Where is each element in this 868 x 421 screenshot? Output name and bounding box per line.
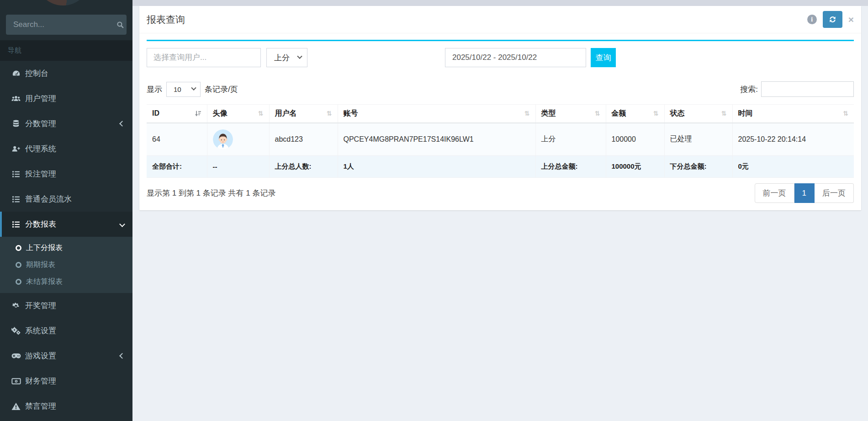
gamepad-icon — [11, 352, 21, 360]
tab-accent-bar — [147, 40, 854, 41]
sort-icon[interactable]: ⇅ — [653, 110, 659, 117]
search-icon — [116, 21, 124, 29]
summary-up-count-label: 上分总人数: — [269, 156, 338, 178]
sort-icon[interactable]: ⇅ — [843, 110, 848, 117]
summary-down-amount: 0元 — [732, 156, 854, 178]
nav-section-header: 导航 — [0, 40, 132, 61]
user-avatar — [36, 0, 90, 5]
sort-icon[interactable]: ⇅ — [524, 110, 530, 117]
warning-icon — [11, 402, 21, 410]
sidebar-item-score-reports[interactable]: 分数报表 — [0, 212, 132, 237]
column-header-type[interactable]: 类型⇅ — [535, 105, 606, 123]
sidebar-item-label: 分数管理 — [25, 118, 56, 129]
column-header-time[interactable]: 时间⇅ — [732, 105, 854, 123]
date-range-input[interactable] — [445, 48, 586, 67]
pagination: 前一页 1 后一页 — [755, 183, 854, 203]
table-search-input[interactable] — [761, 81, 854, 97]
sidebar-item-label: 代理系统 — [25, 144, 56, 154]
summary-up-amount: 100000元 — [606, 156, 664, 178]
cell-type: 上分 — [535, 123, 606, 156]
sidebar-item-system-settings[interactable]: 系统设置 — [0, 318, 132, 343]
cell-avatar — [207, 123, 269, 156]
table-search-label: 搜索: — [740, 84, 758, 95]
report-query-panel: 报表查询 i × 上分 — [139, 6, 861, 210]
length-row: 显示 10 条记录/页 搜索: — [147, 81, 854, 97]
column-header-avatar[interactable]: 头像⇅ — [207, 105, 269, 123]
chevron-down-icon — [191, 85, 196, 91]
cell-status: 已处理 — [664, 123, 732, 156]
app-window: 导航 控制台 用户管理 分数管理 — [0, 0, 868, 421]
query-button[interactable]: 查询 — [591, 48, 616, 67]
column-header-amount[interactable]: 金额⇅ — [606, 105, 664, 123]
report-table: ID 头像⇅ 用户名⇅ 账号⇅ 类型⇅ 金额⇅ 状态⇅ 时间⇅ — [147, 104, 854, 178]
prev-page-button[interactable]: 前一页 — [755, 183, 794, 203]
sidebar-subitem-label: 未结算报表 — [26, 277, 63, 287]
refresh-icon — [829, 16, 836, 23]
close-icon[interactable]: × — [848, 15, 854, 24]
page-size-select[interactable]: 10 — [166, 82, 201, 97]
sidebar-subitem-updown-report[interactable]: 上下分报表 — [0, 240, 132, 256]
page-size-value: 10 — [174, 85, 181, 93]
page-1-button[interactable]: 1 — [794, 183, 815, 203]
column-header-status[interactable]: 状态⇅ — [664, 105, 732, 123]
user-select-input[interactable] — [147, 48, 261, 67]
sidebar-item-lottery[interactable]: 开奖管理 — [0, 293, 132, 318]
sidebar-item-bets[interactable]: 投注管理 — [0, 161, 132, 187]
column-header-id[interactable]: ID — [147, 105, 207, 123]
sidebar-search-input[interactable] — [6, 20, 114, 29]
table-row: 64 — [147, 123, 854, 156]
sidebar-subitem-label: 期期报表 — [26, 260, 55, 270]
sidebar-item-label: 用户管理 — [25, 93, 56, 104]
sidebar-item-finance[interactable]: 财务管理 — [0, 368, 132, 394]
sort-desc-icon[interactable] — [195, 110, 201, 117]
panel-body: 上分 查询 显示 10 条记录/页 — [139, 33, 861, 210]
summary-down-amount-label: 下分总金额: — [664, 156, 732, 178]
sidebar-item-users[interactable]: 用户管理 — [0, 86, 132, 111]
sidebar-item-scores[interactable]: 分数管理 — [0, 111, 132, 136]
sidebar-item-dashboard[interactable]: 控制台 — [0, 61, 132, 86]
table-header-row: ID 头像⇅ 用户名⇅ 账号⇅ 类型⇅ 金额⇅ 状态⇅ 时间⇅ — [147, 105, 854, 123]
sidebar-subitem-period-report[interactable]: 期期报表 — [0, 256, 132, 273]
refresh-button[interactable] — [823, 11, 842, 28]
sort-icon[interactable]: ⇅ — [258, 110, 264, 117]
column-header-account[interactable]: 账号⇅ — [338, 105, 535, 123]
sidebar-item-label: 财务管理 — [25, 376, 56, 386]
sidebar-search-button[interactable] — [114, 15, 127, 35]
gears-icon — [11, 326, 21, 335]
circle-icon — [16, 262, 21, 268]
sidebar-item-game-settings[interactable]: 游戏设置 — [0, 343, 132, 368]
users-icon — [11, 95, 21, 103]
list-icon — [11, 170, 21, 178]
chevron-left-icon — [119, 353, 125, 359]
cell-username: abcd123 — [269, 123, 338, 156]
cell-amount: 100000 — [606, 123, 664, 156]
type-select[interactable]: 上分 — [266, 48, 307, 67]
sidebar-item-label: 投注管理 — [25, 169, 56, 179]
database-icon — [11, 119, 21, 128]
sidebar-subitem-unsettled-report[interactable]: 未结算报表 — [0, 273, 132, 290]
gear-icon — [11, 302, 21, 310]
info-icon[interactable]: i — [807, 15, 817, 24]
sidebar-item-mute[interactable]: 禁言管理 — [0, 394, 132, 419]
summary-row: 全部合计: -- 上分总人数: 1人 上分总金额: 100000元 下分总金额:… — [147, 156, 854, 178]
pagination-info: 显示第 1 到第 1 条记录 共有 1 条记录 — [147, 188, 275, 198]
sidebar-search-box — [6, 15, 127, 35]
sidebar-item-label: 控制台 — [25, 68, 48, 79]
chevron-down-icon — [119, 221, 125, 227]
sort-icon[interactable]: ⇅ — [327, 110, 332, 117]
sidebar-item-agents[interactable]: 代理系统 — [0, 136, 132, 161]
sidebar-item-label: 系统设置 — [25, 325, 56, 336]
user-plus-icon — [11, 145, 21, 153]
sort-icon[interactable]: ⇅ — [595, 110, 600, 117]
sidebar-item-member-flow[interactable]: 普通会员流水 — [0, 187, 132, 212]
cell-id: 64 — [147, 123, 207, 156]
sidebar-item-label: 分数报表 — [25, 219, 56, 229]
column-header-username[interactable]: 用户名⇅ — [269, 105, 338, 123]
next-page-button[interactable]: 后一页 — [815, 183, 854, 203]
page-title: 报表查询 — [147, 13, 185, 26]
circle-icon — [16, 245, 21, 251]
panel-header: 报表查询 i × — [139, 6, 861, 33]
sidebar: 导航 控制台 用户管理 分数管理 — [0, 0, 132, 421]
money-icon — [11, 378, 21, 385]
sort-icon[interactable]: ⇅ — [721, 110, 727, 117]
